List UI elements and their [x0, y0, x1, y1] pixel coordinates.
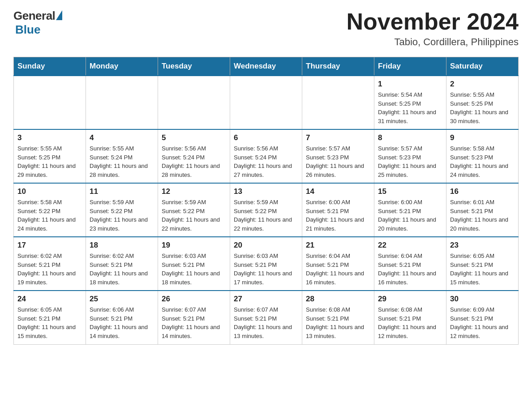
- calendar-cell: 18Sunrise: 6:02 AM Sunset: 5:21 PM Dayli…: [86, 237, 158, 291]
- calendar-week-row: 24Sunrise: 6:05 AM Sunset: 5:21 PM Dayli…: [14, 291, 519, 344]
- calendar-cell: 17Sunrise: 6:02 AM Sunset: 5:21 PM Dayli…: [14, 237, 86, 291]
- day-of-week-header: Sunday: [14, 57, 86, 76]
- calendar-week-row: 17Sunrise: 6:02 AM Sunset: 5:21 PM Dayli…: [14, 237, 519, 291]
- page-subtitle: Tabio, Cordillera, Philippines: [347, 36, 519, 48]
- day-number: 22: [378, 241, 442, 250]
- calendar-cell: 14Sunrise: 6:00 AM Sunset: 5:21 PM Dayli…: [302, 183, 374, 237]
- calendar-header: SundayMondayTuesdayWednesdayThursdayFrid…: [14, 57, 519, 76]
- day-number: 24: [17, 295, 82, 304]
- day-info: Sunrise: 6:02 AM Sunset: 5:21 PM Dayligh…: [17, 252, 82, 287]
- day-info: Sunrise: 6:02 AM Sunset: 5:21 PM Dayligh…: [90, 252, 154, 287]
- day-number: 13: [234, 187, 298, 196]
- calendar-cell: 26Sunrise: 6:07 AM Sunset: 5:21 PM Dayli…: [158, 291, 230, 344]
- day-info: Sunrise: 6:03 AM Sunset: 5:21 PM Dayligh…: [234, 252, 298, 287]
- day-number: 20: [234, 241, 298, 250]
- day-number: 23: [450, 241, 515, 250]
- page-header: General Blue November 2024 Tabio, Cordil…: [13, 9, 519, 48]
- day-info: Sunrise: 6:07 AM Sunset: 5:21 PM Dayligh…: [234, 305, 298, 340]
- days-of-week-row: SundayMondayTuesdayWednesdayThursdayFrid…: [14, 57, 519, 76]
- day-info: Sunrise: 5:57 AM Sunset: 5:23 PM Dayligh…: [306, 144, 370, 179]
- day-info: Sunrise: 6:03 AM Sunset: 5:21 PM Dayligh…: [162, 252, 226, 287]
- day-of-week-header: Thursday: [302, 57, 374, 76]
- calendar-cell: [158, 76, 230, 129]
- calendar-cell: 5Sunrise: 5:56 AM Sunset: 5:24 PM Daylig…: [158, 129, 230, 183]
- day-info: Sunrise: 5:59 AM Sunset: 5:22 PM Dayligh…: [234, 198, 298, 233]
- calendar-cell: [302, 76, 374, 129]
- day-number: 29: [378, 295, 442, 304]
- day-info: Sunrise: 6:05 AM Sunset: 5:21 PM Dayligh…: [450, 252, 515, 287]
- calendar-cell: 20Sunrise: 6:03 AM Sunset: 5:21 PM Dayli…: [230, 237, 302, 291]
- calendar-cell: 10Sunrise: 5:58 AM Sunset: 5:22 PM Dayli…: [14, 183, 86, 237]
- day-of-week-header: Friday: [374, 57, 446, 76]
- day-number: 14: [306, 187, 370, 196]
- calendar-cell: [86, 76, 158, 129]
- calendar-cell: [230, 76, 302, 129]
- calendar-cell: [14, 76, 86, 129]
- day-info: Sunrise: 6:05 AM Sunset: 5:21 PM Dayligh…: [17, 305, 82, 340]
- day-number: 27: [234, 295, 298, 304]
- calendar-week-row: 10Sunrise: 5:58 AM Sunset: 5:22 PM Dayli…: [14, 183, 519, 237]
- calendar-cell: 6Sunrise: 5:56 AM Sunset: 5:24 PM Daylig…: [230, 129, 302, 183]
- logo-triangle-icon: [56, 10, 62, 20]
- day-info: Sunrise: 5:58 AM Sunset: 5:22 PM Dayligh…: [17, 198, 82, 233]
- calendar-cell: 4Sunrise: 5:55 AM Sunset: 5:24 PM Daylig…: [86, 129, 158, 183]
- day-number: 26: [162, 295, 226, 304]
- calendar-cell: 21Sunrise: 6:04 AM Sunset: 5:21 PM Dayli…: [302, 237, 374, 291]
- day-info: Sunrise: 5:58 AM Sunset: 5:23 PM Dayligh…: [450, 144, 515, 179]
- day-info: Sunrise: 5:59 AM Sunset: 5:22 PM Dayligh…: [90, 198, 154, 233]
- day-info: Sunrise: 6:06 AM Sunset: 5:21 PM Dayligh…: [90, 305, 154, 340]
- day-info: Sunrise: 5:55 AM Sunset: 5:25 PM Dayligh…: [450, 90, 515, 125]
- calendar-cell: 16Sunrise: 6:01 AM Sunset: 5:21 PM Dayli…: [446, 183, 519, 237]
- calendar-table: SundayMondayTuesdayWednesdayThursdayFrid…: [13, 57, 519, 345]
- day-info: Sunrise: 6:01 AM Sunset: 5:21 PM Dayligh…: [450, 198, 515, 233]
- day-number: 12: [162, 187, 226, 196]
- day-of-week-header: Saturday: [446, 57, 519, 76]
- day-info: Sunrise: 6:00 AM Sunset: 5:21 PM Dayligh…: [378, 198, 442, 233]
- day-number: 17: [17, 241, 82, 250]
- calendar-body: 1Sunrise: 5:54 AM Sunset: 5:25 PM Daylig…: [14, 76, 519, 344]
- day-number: 21: [306, 241, 370, 250]
- calendar-cell: 22Sunrise: 6:04 AM Sunset: 5:21 PM Dayli…: [374, 237, 446, 291]
- day-info: Sunrise: 6:04 AM Sunset: 5:21 PM Dayligh…: [378, 252, 442, 287]
- day-number: 8: [378, 133, 442, 142]
- day-info: Sunrise: 5:54 AM Sunset: 5:25 PM Dayligh…: [378, 90, 442, 125]
- calendar-cell: 11Sunrise: 5:59 AM Sunset: 5:22 PM Dayli…: [86, 183, 158, 237]
- day-number: 6: [234, 133, 298, 142]
- day-info: Sunrise: 5:57 AM Sunset: 5:23 PM Dayligh…: [378, 144, 442, 179]
- calendar-cell: 1Sunrise: 5:54 AM Sunset: 5:25 PM Daylig…: [374, 76, 446, 129]
- day-of-week-header: Tuesday: [158, 57, 230, 76]
- day-number: 28: [306, 295, 370, 304]
- day-number: 4: [90, 133, 154, 142]
- calendar-cell: 25Sunrise: 6:06 AM Sunset: 5:21 PM Dayli…: [86, 291, 158, 344]
- calendar-cell: 3Sunrise: 5:55 AM Sunset: 5:25 PM Daylig…: [14, 129, 86, 183]
- day-number: 18: [90, 241, 154, 250]
- calendar-cell: 30Sunrise: 6:09 AM Sunset: 5:21 PM Dayli…: [446, 291, 519, 344]
- calendar-week-row: 1Sunrise: 5:54 AM Sunset: 5:25 PM Daylig…: [14, 76, 519, 129]
- calendar-cell: 9Sunrise: 5:58 AM Sunset: 5:23 PM Daylig…: [446, 129, 519, 183]
- day-info: Sunrise: 6:00 AM Sunset: 5:21 PM Dayligh…: [306, 198, 370, 233]
- calendar-cell: 7Sunrise: 5:57 AM Sunset: 5:23 PM Daylig…: [302, 129, 374, 183]
- day-info: Sunrise: 5:56 AM Sunset: 5:24 PM Dayligh…: [234, 144, 298, 179]
- day-of-week-header: Wednesday: [230, 57, 302, 76]
- calendar-cell: 8Sunrise: 5:57 AM Sunset: 5:23 PM Daylig…: [374, 129, 446, 183]
- logo-general-text: General: [13, 9, 55, 23]
- calendar-cell: 24Sunrise: 6:05 AM Sunset: 5:21 PM Dayli…: [14, 291, 86, 344]
- day-number: 9: [450, 133, 515, 142]
- day-of-week-header: Monday: [86, 57, 158, 76]
- day-info: Sunrise: 6:08 AM Sunset: 5:21 PM Dayligh…: [378, 305, 442, 340]
- day-info: Sunrise: 5:59 AM Sunset: 5:22 PM Dayligh…: [162, 198, 226, 233]
- day-info: Sunrise: 6:04 AM Sunset: 5:21 PM Dayligh…: [306, 252, 370, 287]
- logo: General Blue: [13, 9, 62, 37]
- calendar-cell: 13Sunrise: 5:59 AM Sunset: 5:22 PM Dayli…: [230, 183, 302, 237]
- day-info: Sunrise: 5:55 AM Sunset: 5:25 PM Dayligh…: [17, 144, 82, 179]
- logo-blue-text: Blue: [15, 23, 40, 36]
- day-number: 16: [450, 187, 515, 196]
- day-info: Sunrise: 5:56 AM Sunset: 5:24 PM Dayligh…: [162, 144, 226, 179]
- calendar-cell: 19Sunrise: 6:03 AM Sunset: 5:21 PM Dayli…: [158, 237, 230, 291]
- page-title: November 2024: [347, 9, 519, 34]
- day-number: 15: [378, 187, 442, 196]
- calendar-cell: 12Sunrise: 5:59 AM Sunset: 5:22 PM Dayli…: [158, 183, 230, 237]
- calendar-cell: 2Sunrise: 5:55 AM Sunset: 5:25 PM Daylig…: [446, 76, 519, 129]
- day-number: 5: [162, 133, 226, 142]
- calendar-cell: 15Sunrise: 6:00 AM Sunset: 5:21 PM Dayli…: [374, 183, 446, 237]
